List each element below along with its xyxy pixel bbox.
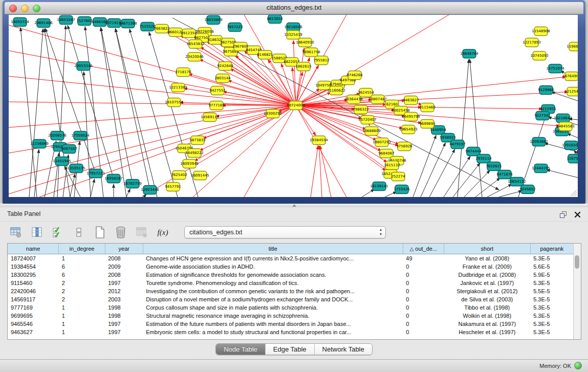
graph-edge[interactable] — [458, 59, 469, 197]
graph-node[interactable]: 10745093 — [530, 52, 549, 60]
graph-node[interactable]: 16764908 — [562, 72, 578, 81]
graph-node[interactable]: 20206576 — [48, 132, 67, 140]
graph-node[interactable]: 17016504 — [562, 141, 578, 150]
graph-node[interactable]: 10653287 — [57, 16, 75, 25]
show-columns-button[interactable] — [30, 226, 43, 239]
graph-edge[interactable] — [9, 105, 296, 194]
table-row[interactable]: 946554611997Estimation of the future num… — [8, 320, 574, 328]
graph-node[interactable]: 7515526 — [139, 23, 156, 31]
graph-edge[interactable] — [293, 40, 296, 105]
graph-edge[interactable] — [34, 149, 39, 197]
graph-node[interactable]: 16093949 — [180, 160, 199, 168]
graph-edge[interactable] — [129, 29, 178, 197]
graph-node[interactable]: 17957223 — [86, 169, 105, 178]
graph-edge[interactable] — [421, 143, 445, 197]
graph-node[interactable]: 14569117 — [201, 113, 219, 122]
delete-table-button[interactable] — [135, 226, 148, 239]
close-panel-button[interactable] — [573, 210, 582, 219]
column-header-title[interactable]: title — [143, 244, 403, 254]
graph-node[interactable]: 11156869 — [30, 140, 49, 148]
scrollbar-thumb[interactable] — [575, 255, 579, 269]
graph-node[interactable]: 13325419 — [284, 31, 302, 39]
graph-node[interactable]: 15720407 — [358, 116, 377, 124]
graph-node[interactable]: 1862615 — [295, 62, 311, 71]
graph-edge[interactable] — [453, 163, 480, 197]
panel-splitter[interactable] — [0, 204, 588, 207]
graph-node[interactable]: 16543812 — [186, 40, 205, 49]
graph-edge[interactable] — [577, 152, 578, 154]
graph-node[interactable]: 19384554 — [310, 136, 328, 145]
graph-edge[interactable] — [20, 28, 37, 197]
tab-node-table[interactable]: Node Table — [216, 344, 266, 355]
graph-node[interactable]: 9777169 — [208, 101, 224, 110]
row-options-button[interactable] — [72, 226, 85, 239]
graph-node[interactable]: 9097587 — [61, 145, 77, 154]
graph-node[interactable]: 20691406 — [34, 19, 53, 28]
graph-node[interactable]: 14671368 — [119, 19, 137, 28]
graph-edge[interactable] — [68, 26, 114, 179]
graph-edge[interactable] — [475, 178, 500, 197]
column-header-year[interactable]: year — [105, 244, 143, 254]
graph-edge[interactable] — [203, 105, 296, 138]
column-settings-button[interactable] — [9, 226, 23, 239]
tab-edge-table[interactable]: Edge Table — [266, 344, 315, 355]
network-canvas[interactable]: 1872400714055724206914061065328715276026… — [9, 15, 578, 197]
graph-node[interactable]: 10688609 — [362, 127, 381, 136]
graph-node[interactable]: 6479197 — [449, 140, 465, 149]
graph-node[interactable]: 15751074 — [546, 64, 564, 73]
graph-node[interactable]: 12923446 — [141, 186, 159, 194]
resize-grip[interactable] — [571, 190, 577, 196]
graph-node[interactable]: 9245652 — [519, 185, 535, 194]
graph-node[interactable]: 23420046 — [185, 53, 204, 61]
graph-node[interactable]: 17359924 — [71, 132, 90, 140]
graph-node[interactable]: 11160622 — [327, 86, 345, 95]
graph-node[interactable]: 8427552 — [209, 86, 225, 95]
graph-node[interactable]: 7955812 — [313, 56, 329, 65]
graph-node[interactable]: 14498222 — [185, 149, 204, 158]
graph-edge[interactable] — [126, 189, 130, 197]
graph-node[interactable]: 16091445 — [191, 171, 209, 180]
graph-node[interactable]: 12213383 — [169, 83, 187, 92]
graph-edge[interactable] — [116, 29, 157, 197]
graph-node[interactable]: 12444195 — [532, 164, 550, 173]
graph-node[interactable]: 19654923 — [399, 125, 418, 134]
graph-node[interactable]: 8471676 — [496, 170, 513, 179]
graph-node[interactable]: 11548908 — [532, 27, 550, 36]
graph-node[interactable]: 8813054 — [267, 15, 283, 24]
graph-node[interactable]: 18724007 — [287, 101, 305, 110]
tab-network-table[interactable]: Network Table — [315, 344, 372, 355]
graph-node[interactable]: 9146821 — [257, 51, 273, 59]
table-row[interactable]: 977716911998Corpus callosum shape and si… — [8, 303, 574, 312]
graph-node[interactable]: 14845583 — [556, 122, 575, 131]
graph-node[interactable]: 16210643 — [554, 114, 572, 123]
table-row[interactable]: 1938455462009Genome-wide association stu… — [8, 262, 574, 271]
graph-node[interactable]: 16961758 — [302, 48, 320, 57]
graph-node[interactable]: 9457791 — [165, 183, 181, 191]
graph-node[interactable]: 11451945 — [53, 157, 71, 166]
graph-node[interactable]: 12217893 — [522, 38, 541, 47]
graph-node[interactable]: 1733426 — [394, 185, 410, 194]
graph-node[interactable]: 7625402 — [171, 171, 187, 180]
graph-edge[interactable] — [101, 28, 133, 184]
graph-node[interactable]: 10807487 — [368, 95, 387, 104]
select-rows-button[interactable] — [51, 226, 64, 239]
graph-node[interactable]: 7986322 — [353, 105, 368, 114]
column-header-name[interactable]: name — [8, 244, 59, 254]
table-row[interactable]: 911546021997Tourette syndrome. Phenomeno… — [8, 279, 574, 287]
graph-edge[interactable] — [385, 192, 397, 197]
graph-node[interactable]: 9699695 — [419, 120, 435, 128]
graph-node[interactable]: 18107554 — [165, 98, 183, 107]
graph-node[interactable]: 18300295 — [264, 110, 282, 118]
table-row[interactable]: 969969511998Structural magnetic resonanc… — [8, 312, 574, 320]
graph-node[interactable]: 252274 — [391, 172, 405, 181]
table-row[interactable]: 946362711997Embryonic stem cells: a mode… — [8, 328, 574, 336]
graph-node[interactable]: 9463627 — [403, 96, 419, 105]
graph-node[interactable]: 1615132 — [384, 161, 400, 170]
graph-edge[interactable] — [429, 149, 455, 197]
delete-columns-button[interactable] — [114, 226, 127, 239]
graph-edge[interactable] — [91, 179, 95, 197]
graph-node[interactable]: 9756928 — [396, 142, 412, 151]
graph-edge[interactable] — [362, 189, 375, 197]
column-header-out_degree[interactable]: △out_de... — [403, 244, 444, 254]
function-builder-button[interactable]: f(x) — [156, 226, 169, 239]
